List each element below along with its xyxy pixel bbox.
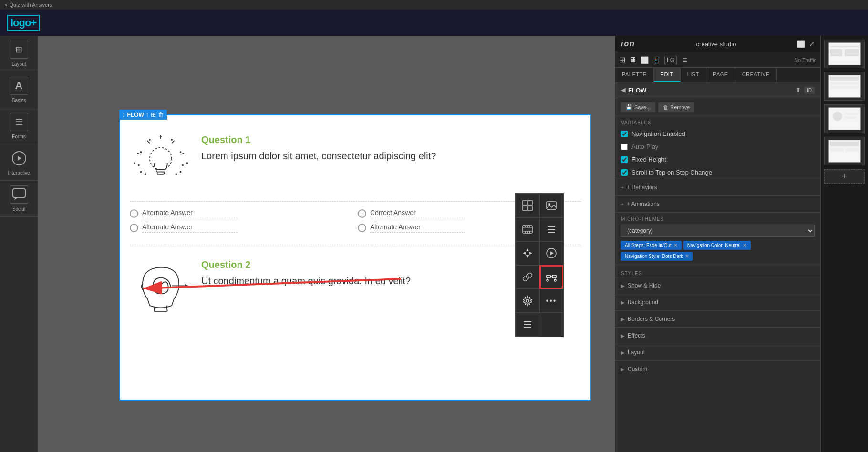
desktop-icon[interactable]: 🖥 [629, 56, 637, 64]
svg-point-12 [160, 136, 162, 138]
svg-rect-72 [830, 77, 859, 81]
thumbnail-2[interactable] [824, 72, 865, 101]
svg-point-37 [548, 203, 550, 205]
svg-marker-51 [526, 255, 529, 258]
device-icons-row: ⊞ 🖥 ⬜ 📱 LG ≡ No Traffic [615, 52, 820, 68]
answer-1[interactable]: Alternate Answer [130, 209, 353, 218]
radio-2[interactable] [358, 209, 366, 218]
show-hide-header[interactable]: ▶ Show & Hide [615, 277, 820, 294]
tab-edit[interactable]: EDIT [654, 68, 681, 82]
settings-icon[interactable]: ≡ [682, 56, 687, 64]
thumbnail-3[interactable] [824, 104, 865, 133]
custom-header[interactable]: ▶ Custom [615, 361, 820, 377]
floating-toolbar: ••• [515, 193, 564, 337]
svg-point-23 [140, 171, 142, 173]
svg-point-16 [140, 151, 142, 153]
tab-palette[interactable]: PALETTE [615, 68, 654, 82]
radio-1[interactable] [130, 209, 138, 218]
fixed-height-input[interactable] [621, 156, 628, 163]
ion-logo: ion [621, 40, 635, 48]
tab-page[interactable]: PAGE [706, 68, 735, 82]
svg-line-28 [166, 306, 167, 311]
panel-tabs: PALETTE EDIT LIST PAGE CREATIVE [615, 68, 820, 82]
ft-move-btn[interactable] [516, 241, 539, 265]
svg-point-59 [547, 279, 548, 281]
thumbnail-1[interactable] [824, 40, 865, 68]
palette-social[interactable]: Social [0, 181, 38, 217]
ft-link-btn[interactable] [516, 265, 539, 289]
ft-list-btn[interactable] [539, 217, 563, 241]
auto-play-checkbox[interactable]: Auto-Play [615, 140, 820, 153]
tag-all-steps: All Steps: Fade In/Out ✕ [621, 241, 682, 250]
ft-layout-btn[interactable] [516, 194, 539, 217]
nav-enabled-input[interactable] [621, 131, 628, 137]
ft-flow-btn[interactable] [539, 265, 563, 289]
ft-gear-btn[interactable] [516, 289, 539, 313]
flow-label: FLOW [127, 112, 144, 118]
ft-more2-btn[interactable] [516, 313, 539, 337]
nav-enabled-checkbox[interactable]: Navigation Enabled [615, 127, 820, 140]
expand-icon[interactable]: ⤢ [809, 40, 815, 48]
ft-more-btn[interactable]: ••• [539, 289, 563, 313]
behaviors-header[interactable]: + + Behaviors [615, 179, 820, 195]
header: logo+ [0, 10, 868, 36]
show-hide-section: ▶ Show & Hide [615, 277, 820, 294]
scroll-top-checkbox[interactable]: Scroll to Top on Step Change [615, 166, 820, 179]
tag-nav-style-remove[interactable]: ✕ [685, 253, 689, 259]
side-thumbnails: + [820, 36, 868, 452]
tab-list[interactable]: LIST [681, 68, 706, 82]
tablet-icon[interactable]: ⬜ [641, 56, 649, 64]
tag-all-steps-remove[interactable]: ✕ [673, 242, 678, 248]
radio-4[interactable] [358, 224, 366, 232]
svg-rect-81 [830, 148, 844, 152]
svg-line-9 [137, 154, 141, 154]
palette-basics[interactable]: A Basics [0, 72, 38, 108]
svg-rect-70 [845, 49, 859, 56]
breadcrumb[interactable]: < Quiz with Answers [5, 2, 52, 8]
thumbnail-4[interactable] [824, 137, 865, 165]
radio-3[interactable] [130, 224, 138, 232]
question-1-section: Question 1 Lorem ipsum dolor sit amet, c… [130, 125, 581, 202]
layout-view-icon[interactable]: ⊞ [619, 55, 625, 64]
remove-button[interactable]: 🗑 Remove [658, 102, 694, 112]
borders-corners-caret: ▶ [621, 317, 625, 322]
animations-caret: + [621, 202, 624, 207]
palette-layout[interactable]: ⊞ Layout [0, 36, 38, 72]
background-header[interactable]: ▶ Background [615, 294, 820, 310]
layout-style-header[interactable]: ▶ Layout [615, 344, 820, 360]
upload-icon[interactable]: ⬆ [796, 86, 801, 94]
tab-creative[interactable]: CREATIVE [735, 68, 777, 82]
auto-play-input[interactable] [621, 144, 628, 150]
svg-point-17 [134, 162, 135, 164]
palette-forms[interactable]: ☰ Forms [0, 108, 38, 144]
borders-corners-header[interactable]: ▶ Borders & Corners [615, 311, 820, 327]
top-bar: < Quiz with Answers [0, 0, 868, 10]
tag-nav-color-remove[interactable]: ✕ [743, 242, 747, 248]
ft-play-btn[interactable] [539, 241, 563, 265]
ft-film-btn[interactable] [516, 217, 539, 241]
save-button[interactable]: 💾 Save... [621, 102, 655, 112]
main-layout: ⊞ Layout A Basics ☰ Forms Interactive So… [0, 36, 868, 452]
ion-title: creative studio [696, 41, 736, 48]
flow-header-section: ◀ FLOW ⬆ ID [615, 82, 820, 98]
minimize-icon[interactable]: ⬜ [797, 40, 805, 48]
mobile-icon[interactable]: 📱 [652, 56, 661, 64]
scroll-top-input[interactable] [621, 169, 628, 176]
flow-actions-row: 💾 Save... 🗑 Remove [615, 98, 820, 116]
svg-point-13 [171, 139, 173, 141]
answer-3[interactable]: Alternate Answer [130, 223, 353, 233]
question-1-text-area: Question 1 Lorem ipsum dolor sit amet, c… [201, 134, 581, 192]
svg-line-8 [147, 141, 150, 144]
palette-interactive[interactable]: Interactive [0, 144, 38, 181]
category-select[interactable]: (category) [621, 225, 815, 237]
tag-nav-color: Navigation Color: Neutral ✕ [683, 241, 751, 250]
basics-icon: A [10, 77, 28, 95]
lg-label[interactable]: LG [664, 56, 677, 64]
effects-header[interactable]: ▶ Effects [615, 328, 820, 344]
no-traffic: No Traffic [794, 57, 816, 63]
fixed-height-checkbox[interactable]: Fixed Height [615, 153, 820, 166]
animations-header[interactable]: + + Animations [615, 196, 820, 212]
forms-icon: ☰ [10, 113, 28, 131]
ft-image-btn[interactable] [539, 194, 563, 217]
add-page-button[interactable]: + [824, 169, 865, 184]
